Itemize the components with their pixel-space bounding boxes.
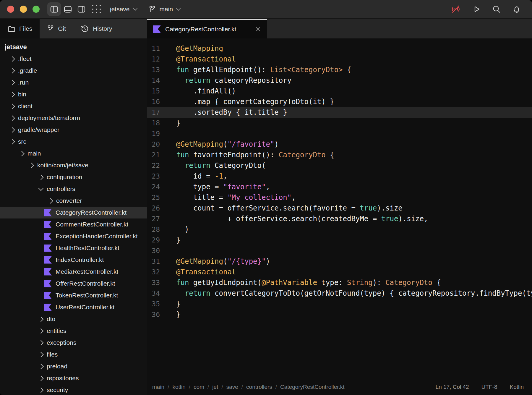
breadcrumb-jet[interactable]: jet: [212, 384, 218, 390]
tree-item-files[interactable]: files: [0, 349, 147, 360]
code-line-24[interactable]: 24 type = "favorite",: [147, 182, 532, 192]
line-number[interactable]: 24: [147, 183, 176, 191]
tree-item-run[interactable]: .run: [0, 77, 147, 88]
code-line-18[interactable]: 18}: [147, 118, 532, 128]
tree-item-categoryrestcontroller-kt[interactable]: CategoryRestController.kt: [0, 207, 147, 218]
code-line-31[interactable]: 31@GetMapping("/{type}"): [147, 256, 532, 267]
tree-item-preload[interactable]: preload: [0, 360, 147, 372]
toggle-right-panel-button[interactable]: [74, 2, 88, 16]
line-number[interactable]: 17: [147, 109, 176, 116]
line-number[interactable]: 30: [147, 247, 176, 255]
code-line-27[interactable]: 27 + offerService.search(createdByMe = t…: [147, 213, 532, 224]
tree-item-entities[interactable]: entities: [0, 325, 147, 337]
tree-item-kotlin-com-jet-save[interactable]: kotlin/com/jet/save: [0, 159, 147, 171]
tree-item-exceptions[interactable]: exceptions: [0, 337, 147, 349]
breadcrumb-com[interactable]: com: [194, 384, 204, 390]
notifications-bell-icon[interactable]: [512, 4, 521, 14]
line-number[interactable]: 15: [147, 87, 176, 95]
line-number[interactable]: 32: [147, 268, 176, 276]
run-icon[interactable]: [472, 4, 481, 14]
code-line-12[interactable]: 12@Transactional: [147, 54, 532, 64]
code-line-35[interactable]: 35}: [147, 299, 532, 309]
line-number[interactable]: 33: [147, 279, 176, 286]
line-number[interactable]: 34: [147, 289, 176, 297]
code-line-26[interactable]: 26 count = offerService.search(favorite …: [147, 203, 532, 213]
line-number[interactable]: 22: [147, 162, 176, 169]
line-number[interactable]: 14: [147, 77, 176, 84]
code-line-15[interactable]: 15 .findAll(): [147, 86, 532, 96]
code-line-17[interactable]: 17 .sortedBy { it.title }: [147, 107, 532, 118]
tree-item-offerrestcontroller-kt[interactable]: OfferRestController.kt: [0, 278, 147, 289]
minimize-window-button[interactable]: [20, 6, 27, 13]
code-line-19[interactable]: 19: [147, 128, 532, 139]
tree-item-indexcontroller-kt[interactable]: IndexController.kt: [0, 254, 147, 266]
line-number[interactable]: 25: [147, 194, 176, 201]
line-number[interactable]: 27: [147, 215, 176, 223]
code-line-11[interactable]: 11@GetMapping: [147, 43, 532, 54]
breadcrumb-controllers[interactable]: controllers: [246, 384, 272, 390]
tab-git[interactable]: Git: [40, 19, 73, 38]
tree-item-gradle[interactable]: .gradle: [0, 65, 147, 77]
tab-files[interactable]: Files: [0, 19, 40, 38]
code-line-23[interactable]: 23 id = -1,: [147, 171, 532, 182]
tree-item-converter[interactable]: converter: [0, 195, 147, 207]
tree-item-dto[interactable]: dto: [0, 313, 147, 325]
workspaces-grid-icon[interactable]: [92, 5, 101, 14]
code-line-34[interactable]: 34 return convertCategoryToDto(getOrNotF…: [147, 288, 532, 299]
code-line-33[interactable]: 33fun getByIdEndpoint(@PathVariable type…: [147, 277, 532, 288]
line-number[interactable]: 36: [147, 311, 176, 318]
tab-history[interactable]: History: [73, 19, 119, 38]
toggle-left-panel-button[interactable]: [47, 2, 61, 16]
file-language[interactable]: Kotlin: [510, 384, 524, 390]
tree-item-repositories[interactable]: repositories: [0, 372, 147, 384]
tree-item-security[interactable]: security: [0, 384, 147, 395]
tree-item-configuration[interactable]: configuration: [0, 171, 147, 183]
line-number[interactable]: 23: [147, 172, 176, 180]
line-number[interactable]: 12: [147, 55, 176, 63]
breadcrumb-kotlin[interactable]: kotlin: [172, 384, 185, 390]
tree-item-userrestcontroller-kt[interactable]: UserRestController.kt: [0, 301, 147, 313]
line-number[interactable]: 29: [147, 236, 176, 244]
code-editor[interactable]: 11@GetMapping12@Transactional13fun getAl…: [147, 38, 532, 379]
tree-item-commentrestcontroller-kt[interactable]: CommentRestController.kt: [0, 218, 147, 230]
breadcrumb-categoryrestcontroller-kt[interactable]: CategoryRestController.kt: [280, 384, 345, 390]
editor-tab-categoryrestcontroller[interactable]: CategoryRestController.kt: [147, 19, 267, 38]
line-number[interactable]: 35: [147, 300, 176, 308]
code-line-30[interactable]: 30: [147, 245, 532, 256]
close-icon[interactable]: [255, 26, 261, 33]
code-line-32[interactable]: 32@Transactional: [147, 267, 532, 277]
tree-item-deployments-terraform[interactable]: deployments/terraform: [0, 112, 147, 124]
tree-item-healthrestcontroller-kt[interactable]: HealthRestController.kt: [0, 242, 147, 254]
line-number[interactable]: 18: [147, 119, 176, 127]
tree-item-src[interactable]: src: [0, 136, 147, 148]
close-window-button[interactable]: [7, 6, 14, 13]
tree-item-mediarestcontroller-kt[interactable]: MediaRestController.kt: [0, 266, 147, 278]
code-line-20[interactable]: 20@GetMapping("/favorite"): [147, 139, 532, 150]
toggle-bottom-panel-button[interactable]: [61, 2, 74, 16]
line-number[interactable]: 31: [147, 258, 176, 265]
code-line-21[interactable]: 21fun favoriteEndpoint(): CategoryDto {: [147, 150, 532, 160]
line-number[interactable]: 13: [147, 66, 176, 74]
file-encoding[interactable]: UTF-8: [481, 384, 497, 390]
code-line-28[interactable]: 28 ): [147, 224, 532, 235]
line-number[interactable]: 28: [147, 226, 176, 233]
branch-selector[interactable]: main: [149, 5, 180, 13]
tree-item-fleet[interactable]: .fleet: [0, 53, 147, 65]
tree-item-gradle-wrapper[interactable]: gradle/wrapper: [0, 124, 147, 136]
line-number[interactable]: 21: [147, 151, 176, 159]
tree-item-controllers[interactable]: controllers: [0, 183, 147, 195]
line-number[interactable]: 16: [147, 98, 176, 106]
search-icon[interactable]: [492, 4, 501, 14]
code-line-29[interactable]: 29}: [147, 235, 532, 245]
project-selector[interactable]: jetsave: [110, 6, 137, 13]
code-line-36[interactable]: 36}: [147, 309, 532, 320]
code-line-16[interactable]: 16 .map { convertCategoryToDto(it) }: [147, 96, 532, 107]
line-number[interactable]: 11: [147, 45, 176, 52]
tree-item-client[interactable]: client: [0, 100, 147, 112]
tree-item-bin[interactable]: bin: [0, 88, 147, 100]
breadcrumb-save[interactable]: save: [226, 384, 238, 390]
code-line-25[interactable]: 25 title = "My collection",: [147, 192, 532, 203]
caret-position[interactable]: Ln 17, Col 42: [436, 384, 469, 390]
connection-off-icon[interactable]: [450, 4, 461, 14]
tree-item-main[interactable]: main: [0, 148, 147, 159]
